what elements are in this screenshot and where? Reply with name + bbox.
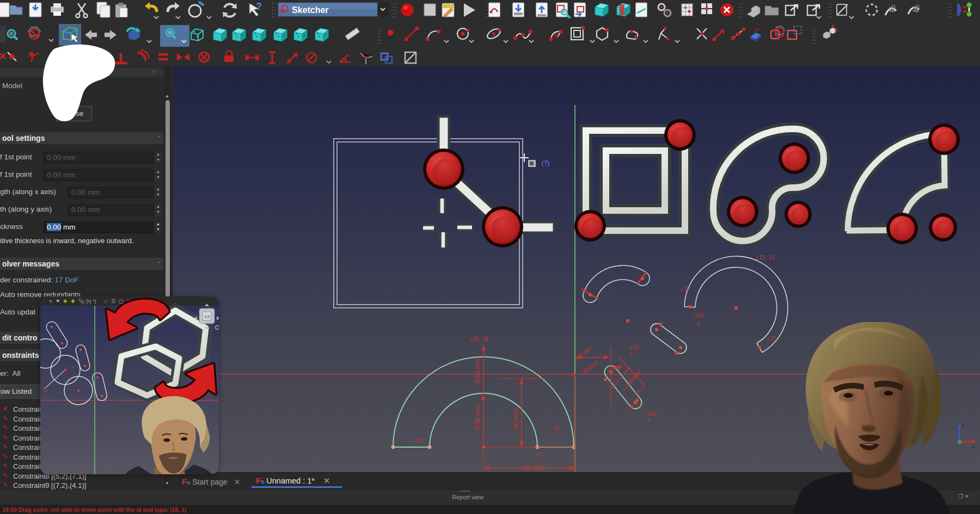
- svg-text:—□—: —□—: [69, 365, 78, 368]
- svg-text:{•}: {•}: [86, 299, 91, 304]
- svg-text:☰: ☰: [111, 299, 115, 304]
- svg-text:⊥5, 2: ⊥5, 2: [633, 384, 645, 397]
- svg-text:R50 mm: R50 mm: [474, 358, 481, 383]
- svg-text:⊥22, 21: ⊥22, 21: [755, 255, 775, 261]
- svg-text:N: N: [554, 33, 559, 39]
- svg-text:▢: ▢: [119, 299, 124, 304]
- svg-text:⊥28: ⊥28: [412, 438, 423, 444]
- svg-text:20 mm: 20 mm: [626, 369, 641, 385]
- svg-text:≡20: ≡20: [695, 313, 704, 319]
- svg-text:⊥21: ⊥21: [765, 336, 776, 342]
- svg-text:-50 mm: -50 mm: [520, 464, 544, 472]
- svg-text:✎: ✎: [629, 351, 634, 357]
- svg-text:⊙: ⊙: [103, 299, 108, 304]
- svg-text:“(: “(: [93, 299, 96, 304]
- svg-text:⊥20, 28: ⊥20, 28: [468, 336, 488, 342]
- svg-text:20 mm: 20 mm: [581, 359, 599, 375]
- svg-text:-40 mm: -40 mm: [512, 409, 519, 431]
- svg-text:0°: 0°: [536, 451, 542, 457]
- svg-text:?: ?: [256, 1, 262, 12]
- svg-text:✚: ✚: [63, 299, 68, 304]
- svg-text:≡10: ≡10: [647, 411, 656, 417]
- svg-text:✎: ✎: [647, 418, 651, 423]
- svg-text:✚: ✚: [71, 299, 75, 304]
- svg-text:📎: 📎: [78, 298, 85, 305]
- svg-text:Sketcher: Sketcher: [292, 5, 329, 15]
- svg-text:⚑: ⚑: [56, 299, 60, 304]
- svg-text:≡20: ≡20: [629, 344, 639, 350]
- svg-text:KF: KF: [205, 314, 210, 319]
- svg-text:↖: ↖: [49, 299, 53, 304]
- svg-text:(?): (?): [542, 159, 550, 167]
- svg-text:✎: ✎: [696, 322, 701, 327]
- svg-text:R38 mm: R38 mm: [474, 405, 481, 429]
- svg-text:R3 mm: R3 mm: [574, 344, 593, 361]
- svg-text:⊥20: ⊥20: [549, 425, 560, 431]
- svg-text:⊥22: ⊥22: [679, 286, 690, 292]
